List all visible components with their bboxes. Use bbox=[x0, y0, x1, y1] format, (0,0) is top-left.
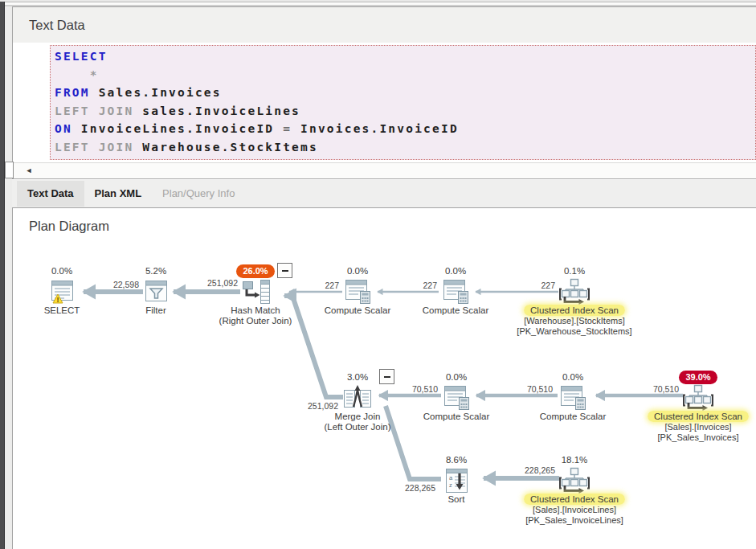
minus-icon bbox=[282, 270, 288, 272]
scroll-left-arrow-icon[interactable]: ◄ bbox=[20, 165, 38, 177]
plan-node-compute-scalar-2[interactable]: 0.0%Compute Scalar bbox=[387, 260, 524, 316]
cost-badge: 26.0% bbox=[236, 264, 274, 278]
object-name-label: [Warehouse].[StockItems] bbox=[506, 316, 643, 326]
plan-diagram-canvas[interactable]: 22,598251,092227227227251,09270,51070,51… bbox=[13, 248, 756, 549]
cost-percent: 18.1% bbox=[562, 455, 588, 465]
svg-text:z: z bbox=[449, 481, 452, 489]
plan-diagram-panel: Plan Diagram 22,598251,092227227227251,0… bbox=[12, 207, 756, 549]
highlighted-operator-label: Clustered Index Scan bbox=[524, 305, 625, 316]
sql-line: ON InvoiceLines.InvoiceID = Invoices.Inv… bbox=[55, 120, 755, 138]
horizontal-scrollbar[interactable]: ◄ bbox=[13, 162, 756, 178]
tab-text-data[interactable]: Text Data bbox=[17, 181, 84, 207]
sql-line: * bbox=[55, 66, 755, 84]
cost-row: 0.1% bbox=[506, 260, 643, 278]
object-name-label: [PK_Sales_InvoiceLines] bbox=[506, 515, 643, 526]
bottom-tab-strip: Text DataPlan XMLPlan/Query Info bbox=[12, 180, 756, 207]
cost-row: 39.0% bbox=[630, 367, 756, 384]
highlighted-operator-label: Clustered Index Scan bbox=[648, 411, 749, 422]
operator-label: Compute Scalar bbox=[387, 305, 524, 316]
plan-explorer-window: Text Data SELECT *FROM Sales.InvoicesLEF… bbox=[0, 0, 756, 549]
plan-node-index-scan-stockitems[interactable]: 0.1%Clustered Index Scan[Warehouse].[Sto… bbox=[506, 260, 643, 336]
cost-percent: 3.0% bbox=[347, 372, 368, 382]
compute-operator-icon bbox=[505, 384, 641, 412]
plan-diagram-title: Plan Diagram bbox=[13, 208, 756, 234]
object-name-label: [Sales].[Invoices] bbox=[630, 422, 756, 432]
object-name-label: [Sales].[InvoiceLines] bbox=[506, 505, 643, 515]
cost-row: 0.0% bbox=[387, 260, 524, 278]
tab-plan-query-info[interactable]: Plan/Query Info bbox=[152, 181, 245, 207]
text-data-panel: Text Data SELECT *FROM Sales.InvoicesLEF… bbox=[12, 6, 756, 179]
sql-text-area[interactable]: SELECT *FROM Sales.InvoicesLEFT JOIN sal… bbox=[13, 43, 756, 163]
horizontal-splitter[interactable] bbox=[0, 0, 756, 6]
clustered-index-scan-icon bbox=[506, 278, 643, 305]
splitter-grip[interactable] bbox=[5, 162, 14, 178]
sql-line: ON StockItems.StockItemID = InvoiceLines… bbox=[55, 157, 755, 160]
cost-percent: 0.0% bbox=[445, 266, 466, 276]
svg-text:!: ! bbox=[57, 296, 59, 304]
sql-line: LEFT JOIN Warehouse.StockItems bbox=[55, 138, 755, 157]
plan-node-index-scan-invoicelines[interactable]: 18.1%Clustered Index Scan[Sales].[Invoic… bbox=[506, 449, 643, 525]
object-name-label: [PK_Warehouse_StockItems] bbox=[506, 326, 643, 337]
text-data-title: Text Data bbox=[13, 7, 756, 33]
operator-label: Compute Scalar bbox=[505, 412, 641, 422]
operator-label: (Right Outer Join) bbox=[187, 316, 324, 326]
operator-label: Sort bbox=[388, 494, 525, 505]
compute-operator-icon bbox=[387, 278, 524, 305]
cost-row: 18.1% bbox=[506, 449, 643, 467]
clustered-index-scan-icon bbox=[630, 384, 756, 412]
cost-percent: 0.0% bbox=[446, 372, 467, 382]
cost-percent: 0.1% bbox=[564, 266, 585, 276]
highlighted-operator-label: Clustered Index Scan bbox=[524, 494, 625, 505]
clustered-index-scan-icon bbox=[506, 467, 643, 494]
cost-row: 8.6% bbox=[388, 449, 525, 467]
cost-percent: 0.0% bbox=[562, 372, 583, 382]
plan-node-index-scan-invoices[interactable]: 39.0%Clustered Index Scan[Sales].[Invoic… bbox=[630, 367, 756, 442]
sql-line: FROM Sales.Invoices bbox=[55, 84, 755, 102]
sql-line: SELECT bbox=[55, 47, 755, 66]
plan-node-sort[interactable]: 8.6%azSort bbox=[388, 449, 525, 505]
cost-percent: 5.2% bbox=[145, 266, 166, 276]
cost-percent: 0.0% bbox=[347, 266, 368, 276]
cost-row: 0.0% bbox=[505, 367, 641, 384]
cost-percent: 0.0% bbox=[51, 266, 72, 276]
sortop-operator-icon: az bbox=[388, 467, 525, 494]
tab-plan-xml[interactable]: Plan XML bbox=[84, 181, 153, 207]
plan-node-compute-scalar-4[interactable]: 0.0%Compute Scalar bbox=[505, 367, 641, 422]
operator-label: (Left Outer Join) bbox=[289, 422, 426, 432]
sql-line: LEFT JOIN sales.InvoiceLines bbox=[55, 102, 755, 121]
object-name-label: [PK_Sales_Invoices] bbox=[630, 432, 756, 443]
sql-code-block[interactable]: SELECT *FROM Sales.InvoicesLEFT JOIN sal… bbox=[50, 45, 756, 160]
cost-badge: 39.0% bbox=[679, 371, 717, 384]
cost-percent: 8.6% bbox=[446, 455, 467, 465]
